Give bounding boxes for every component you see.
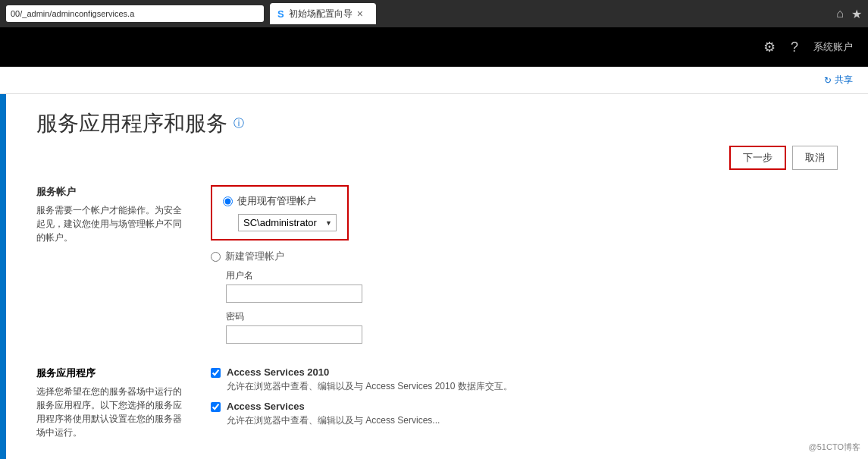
access2010-content: Access Services 2010 允许在浏览器中查看、编辑以及与 Acc… — [227, 366, 838, 393]
access-checkbox[interactable] — [211, 402, 221, 412]
share-icon: ↻ — [824, 75, 832, 86]
watermark: @51CTO博客 — [809, 442, 860, 453]
account-label[interactable]: 系统账户 — [813, 40, 853, 54]
account-dropdown: SC\administrator — [238, 214, 337, 231]
new-account-row: 新建管理帐户 — [211, 250, 838, 263]
share-label: 共享 — [835, 74, 853, 86]
use-existing-radio[interactable] — [223, 196, 233, 206]
access2010-checkbox[interactable] — [211, 368, 221, 378]
account-select-wrapper: SC\administrator — [238, 214, 337, 231]
account-select[interactable]: SC\administrator — [238, 214, 337, 231]
service-account-section: 服务帐户 服务需要一个帐户才能操作。为安全起见，建议您使用与场管理帐户不同的帐户… — [36, 185, 838, 351]
next-button[interactable]: 下一步 — [729, 146, 786, 170]
password-label: 密码 — [226, 310, 838, 323]
service-account-title: 服务帐户 — [36, 185, 188, 199]
page-wrapper: 服务应用程序和服务 ⓘ 下一步 取消 服务帐户 服务需要一个帐户才能操作。为安全… — [0, 94, 868, 459]
help-icon[interactable]: ? — [791, 39, 798, 55]
action-bar: 下一步 取消 — [36, 146, 838, 170]
favorites-icon[interactable]: ★ — [851, 7, 862, 21]
sharepoint-topbar: ⚙ ? 系统账户 — [0, 27, 868, 67]
main-content: 服务应用程序和服务 ⓘ 下一步 取消 服务帐户 服务需要一个帐户才能操作。为安全… — [6, 94, 868, 459]
use-existing-row: 使用现有管理帐户 — [223, 194, 337, 208]
tab-close-icon[interactable]: × — [357, 8, 363, 20]
service-account-desc: 服务需要一个帐户才能操作。为安全起见，建议您使用与场管理帐户不同的帐户。 — [36, 203, 188, 244]
cancel-button[interactable]: 取消 — [792, 146, 838, 170]
address-bar[interactable]: 00/_admin/adminconfigservices.a — [6, 5, 264, 22]
access2010-title: Access Services 2010 — [227, 366, 838, 378]
browser-icons: ⌂ ★ — [836, 7, 862, 21]
service-account-label-area: 服务帐户 服务需要一个帐户才能操作。为安全起见，建议您使用与场管理帐户不同的帐户… — [36, 185, 188, 351]
service-apps-content: Access Services 2010 允许在浏览器中查看、编辑以及与 Acc… — [211, 366, 838, 439]
share-button[interactable]: ↻ 共享 — [824, 74, 853, 86]
tab-icon: S — [277, 8, 284, 20]
use-existing-label: 使用现有管理帐户 — [237, 194, 316, 208]
list-item: Access Services 2010 允许在浏览器中查看、编辑以及与 Acc… — [211, 366, 838, 393]
username-input[interactable] — [226, 285, 362, 303]
home-icon[interactable]: ⌂ — [836, 7, 844, 21]
service-account-content: 使用现有管理帐户 SC\administrator 新建管理帐户 — [211, 185, 838, 351]
access-desc: 允许在浏览器中查看、编辑以及与 Access Services... — [227, 413, 838, 427]
tab-title: 初始场配置向导 — [289, 8, 353, 20]
password-input[interactable] — [226, 325, 362, 344]
new-account-radio[interactable] — [211, 252, 221, 262]
username-field-group: 用户名 密码 — [226, 269, 838, 344]
page-title-row: 服务应用程序和服务 ⓘ — [36, 109, 838, 138]
service-apps-desc: 选择您希望在您的服务器场中运行的服务应用程序。以下您选择的服务应用程序将使用默认… — [36, 385, 188, 439]
gear-icon[interactable]: ⚙ — [763, 39, 776, 55]
use-existing-radio-group: 使用现有管理帐户 SC\administrator — [211, 185, 349, 241]
browser-tab[interactable]: S 初始场配置向导 × — [270, 3, 376, 24]
access-content: Access Services 允许在浏览器中查看、编辑以及与 Access S… — [227, 401, 838, 427]
service-apps-section: 服务应用程序 选择您希望在您的服务器场中运行的服务应用程序。以下您选择的服务应用… — [36, 366, 838, 439]
service-apps-label-area: 服务应用程序 选择您希望在您的服务器场中运行的服务应用程序。以下您选择的服务应用… — [36, 366, 188, 439]
left-accent — [0, 94, 6, 459]
page-title: 服务应用程序和服务 — [36, 109, 227, 138]
browser-chrome: 00/_admin/adminconfigservices.a S 初始场配置向… — [0, 0, 868, 27]
access2010-desc: 允许在浏览器中查看、编辑以及与 Access Services 2010 数据库… — [227, 379, 838, 393]
username-label: 用户名 — [226, 269, 838, 282]
address-text: 00/_admin/adminconfigservices.a — [11, 9, 134, 18]
info-icon[interactable]: ⓘ — [233, 117, 244, 130]
access-title: Access Services — [227, 401, 838, 412]
new-account-label: 新建管理帐户 — [225, 250, 284, 263]
secondary-bar: ↻ 共享 — [0, 67, 868, 94]
list-item: Access Services 允许在浏览器中查看、编辑以及与 Access S… — [211, 401, 838, 427]
service-apps-title: 服务应用程序 — [36, 366, 188, 380]
